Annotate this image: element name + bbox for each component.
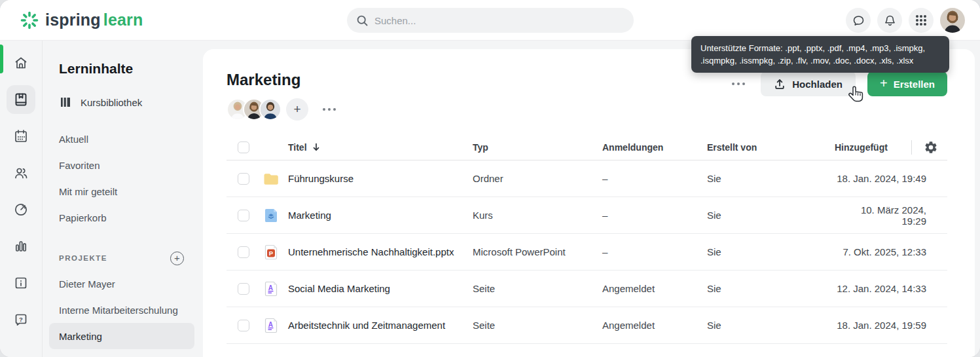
select-all-checkbox[interactable] — [238, 141, 249, 153]
row-title[interactable]: Arbeitstechnik und Zeitmanagement — [288, 320, 473, 331]
project-item-dieter-mayer[interactable]: Dieter Mayer — [59, 271, 203, 297]
row-checkbox[interactable] — [238, 173, 249, 185]
project-item-interne-mitarbeiterschulung[interactable]: Interne Mitarbeiterschulung — [59, 297, 203, 323]
table-row[interactable]: Marketing Kurs – Sie 10. März 2024, 19:2… — [227, 197, 947, 234]
sidebar-item-shared-with-me[interactable]: Mit mir geteilt — [59, 178, 203, 204]
messages-button[interactable] — [846, 8, 871, 33]
plus-icon: + — [880, 77, 888, 90]
project-item-label: Marketing — [59, 331, 102, 342]
nav-rail: ? — [0, 41, 43, 357]
page-actions: Hochladen + Erstellen — [728, 71, 947, 96]
table-row[interactable]: Führungskurse Ordner – Sie 18. Jan. 2024… — [227, 160, 947, 197]
sidebar-item-label: Mit mir geteilt — [59, 186, 117, 197]
table-row[interactable]: P Unternehmerische Nachhaltigkeit.pptx M… — [227, 234, 947, 271]
topbar: ispring learn — [0, 0, 980, 41]
row-checkbox[interactable] — [238, 246, 249, 258]
rail-item-info[interactable] — [7, 269, 35, 297]
table-settings-gear-icon[interactable] — [924, 140, 938, 155]
svg-text:A: A — [268, 320, 273, 328]
add-project-button[interactable]: + — [170, 252, 184, 265]
create-button[interactable]: + Erstellen — [867, 71, 947, 96]
target-icon — [13, 202, 29, 217]
rail-item-learning-content[interactable] — [7, 85, 35, 114]
help-bubble-icon: ? — [13, 312, 29, 328]
row-enrollments: – — [602, 173, 707, 184]
row-type: Kurs — [473, 210, 602, 221]
column-header-created-by[interactable]: Erstellt von — [707, 142, 835, 153]
sidebar-item-aktuell[interactable]: Aktuell — [59, 126, 203, 152]
column-header-added[interactable]: Hinzugefügt — [835, 142, 888, 153]
row-enrollments: Angemeldet — [602, 320, 707, 331]
page-icon: A — [262, 280, 280, 298]
page-more-button[interactable] — [728, 79, 749, 89]
collaborators-row: + — [227, 98, 340, 121]
row-enrollments: – — [602, 210, 707, 221]
rail-item-calendar[interactable] — [7, 122, 35, 151]
collaborators-more-button[interactable] — [319, 104, 340, 115]
column-header-title[interactable]: Titel — [288, 142, 473, 153]
project-item-marketing[interactable]: Marketing — [49, 323, 194, 349]
bell-icon — [883, 14, 897, 28]
row-checkbox[interactable] — [238, 283, 249, 295]
column-header-enrollments[interactable]: Anmeldungen — [602, 142, 707, 153]
folder-icon — [262, 170, 280, 188]
row-title[interactable]: Social Media Marketing — [288, 283, 473, 294]
row-added: 18. Jan. 2024, 19:59 — [835, 320, 947, 331]
content-table: Titel Typ Anmeldungen Erstellt von Hinzu… — [227, 134, 947, 344]
logo[interactable]: ispring learn — [20, 10, 143, 30]
search-input[interactable] — [374, 15, 625, 26]
sidebar-item-trash[interactable]: Papierkorb — [59, 204, 203, 231]
upload-icon — [774, 78, 786, 90]
sort-descending-icon — [312, 142, 321, 152]
svg-text:P: P — [269, 250, 274, 257]
user-avatar[interactable] — [940, 8, 965, 33]
home-icon — [13, 55, 29, 71]
rail-item-people[interactable] — [7, 159, 35, 187]
sidebar: Lerninhalte Kursbibliothek Aktuell Favor… — [43, 41, 203, 357]
row-checkbox[interactable] — [238, 320, 249, 331]
sidebar-item-label: Favoriten — [59, 160, 100, 171]
header-divider — [911, 140, 912, 155]
column-header-type[interactable]: Typ — [473, 142, 602, 153]
rail-item-help[interactable]: ? — [7, 305, 35, 334]
sidebar-item-favoriten[interactable]: Favoriten — [59, 152, 203, 178]
table-row[interactable]: A Arbeitstechnik und Zeitmanagement Seit… — [227, 307, 947, 344]
search-bar[interactable] — [347, 8, 634, 33]
sidebar-title: Lerninhalte — [59, 61, 203, 77]
logo-text: ispring — [45, 10, 101, 29]
bar-chart-icon — [13, 238, 29, 254]
active-nav-indicator — [0, 45, 3, 73]
add-collaborator-button[interactable]: + — [286, 98, 308, 121]
powerpoint-icon: P — [262, 243, 280, 261]
svg-text:?: ? — [19, 316, 23, 323]
upload-button[interactable]: Hochladen — [761, 71, 856, 96]
row-title[interactable]: Unternehmerische Nachhaltigkeit.pptx — [288, 246, 473, 257]
row-type: Ordner — [473, 173, 602, 184]
row-type: Seite — [473, 283, 602, 294]
project-item-label: Dieter Mayer — [59, 278, 115, 290]
apps-button[interactable] — [909, 8, 934, 33]
row-checkbox[interactable] — [238, 210, 249, 221]
library-icon — [59, 96, 72, 109]
sidebar-item-course-library[interactable]: Kursbibliothek — [59, 89, 203, 115]
main-content-card: Marketing — [203, 49, 975, 357]
rail-item-reports[interactable] — [7, 232, 35, 261]
notifications-button[interactable] — [877, 8, 902, 33]
row-type: Seite — [473, 320, 602, 331]
svg-text:A: A — [268, 284, 273, 291]
info-box-icon — [13, 275, 29, 291]
row-title[interactable]: Führungskurse — [288, 173, 473, 184]
row-created-by: Sie — [707, 210, 835, 221]
table-row[interactable]: A Social Media Marketing Seite Angemelde… — [227, 271, 947, 307]
rail-item-home[interactable] — [7, 48, 35, 77]
upload-button-label: Hochladen — [792, 79, 843, 90]
apps-grid-icon — [915, 14, 928, 27]
book-icon — [13, 92, 29, 107]
logo-accent-text: learn — [103, 10, 143, 29]
collaborator-avatar[interactable] — [259, 98, 281, 121]
column-header-label: Titel — [288, 142, 307, 153]
row-enrollments: Angemeldet — [602, 283, 707, 294]
row-title[interactable]: Marketing — [288, 210, 473, 221]
app-window: ispring learn — [0, 0, 980, 357]
rail-item-goals[interactable] — [7, 195, 35, 224]
